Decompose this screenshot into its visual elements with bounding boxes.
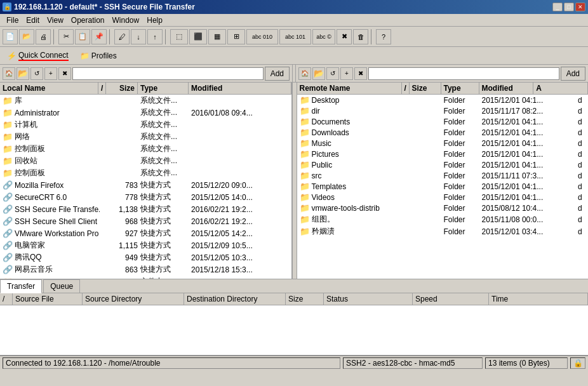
local-col-slash[interactable]: / <box>98 83 106 94</box>
remote-col-name[interactable]: Remote Name <box>297 83 402 94</box>
remote-list-item[interactable]: 📁 组图。 Folder 2015/11/08 00:0... d <box>297 213 589 225</box>
toolbar-btn8[interactable]: abc © <box>312 29 335 44</box>
menu-file[interactable]: File <box>3 15 22 26</box>
remote-delete-btn[interactable]: ✖ <box>354 67 367 80</box>
toolbar-btn3[interactable]: ⬛ <box>189 29 207 44</box>
local-file-type: 系统文件... <box>139 143 190 154</box>
toolbar-btn7[interactable]: abc 101 <box>279 29 311 44</box>
minimize-button[interactable]: _ <box>552 3 563 11</box>
local-col-modified[interactable]: Modified <box>189 83 291 94</box>
local-add-btn[interactable]: + <box>44 67 57 80</box>
local-list-item[interactable]: 📁 Administrator 系统文件... 2016/01/08 09:4.… <box>0 107 291 119</box>
remote-list-item[interactable]: 📁 dir Folder 2015/11/17 08:2... d <box>297 105 589 116</box>
remote-list-item[interactable]: 📁 Desktop Folder 2015/12/01 04:1... d <box>297 95 589 105</box>
remote-folder-btn[interactable]: 📂 <box>312 67 325 80</box>
local-file-size: 863 <box>107 265 139 274</box>
tab-transfer[interactable]: Transfer <box>0 279 42 293</box>
maximize-button[interactable]: □ <box>564 3 574 11</box>
local-list-item[interactable]: 📁 库 系统文件... <box>0 95 291 107</box>
toolbar-erase[interactable]: 🗑 <box>353 29 368 44</box>
remote-list-item[interactable]: 📁 src Folder 2015/11/11 07:3... d <box>297 170 589 181</box>
center-divider[interactable] <box>292 83 297 279</box>
local-col-size[interactable]: Size <box>106 83 138 94</box>
transfer-col-size: Size <box>286 293 324 305</box>
local-list-item[interactable]: 🔗 SecureCRT 6.0 778 快捷方式 2015/12/05 14:0… <box>0 191 291 203</box>
remote-file-attr: d <box>577 117 587 126</box>
local-folder-btn[interactable]: 📂 <box>17 67 29 80</box>
local-file-name: 📁 控制面板 <box>1 143 100 154</box>
local-list-item[interactable]: 📁 picture 文件夹 2016/02/21 23:2... <box>0 276 291 279</box>
local-list-item[interactable]: 🔗 腾讯QQ 949 快捷方式 2015/12/05 10:3... <box>0 251 291 263</box>
toolbar-btn1[interactable]: 🖊 <box>114 29 130 44</box>
menu-help[interactable]: Help <box>143 15 166 26</box>
menu-edit[interactable]: Edit <box>22 15 43 26</box>
toolbar-help[interactable]: ? <box>376 29 391 44</box>
toolbar-cancel[interactable]: ✖ <box>337 29 352 44</box>
toolbar-new[interactable]: 📄 <box>3 29 18 44</box>
toolbar-btn6[interactable]: abc 010 <box>246 29 278 44</box>
remote-col-type[interactable]: Type <box>441 83 479 94</box>
local-list-item[interactable]: 🔗 VMware Workstation Pro 927 快捷方式 2015/1… <box>0 227 291 239</box>
toolbar-btn4[interactable]: ▦ <box>208 29 226 44</box>
remote-list-item[interactable]: 📁 矜姻渍 Folder 2015/12/01 03:4... d <box>297 225 589 237</box>
remote-file-modified: 2015/12/01 04:1... <box>481 128 577 137</box>
local-list-item[interactable]: 📁 回收站 系统文件... <box>0 155 291 167</box>
local-delete-btn[interactable]: ✖ <box>58 67 71 80</box>
toolbar-btn5[interactable]: ⊞ <box>227 29 245 44</box>
remote-file-attr: d <box>577 128 587 137</box>
remote-col-modified[interactable]: Modified <box>479 83 534 94</box>
local-list-item[interactable]: 📁 控制面板 系统文件... <box>0 167 291 179</box>
quick-connect-button[interactable]: ⚡ Quick Connect <box>3 49 73 63</box>
remote-list-item[interactable]: 📁 Videos Folder 2015/12/01 04:1... d <box>297 192 589 203</box>
remote-list-item[interactable]: 📁 Music Folder 2015/12/01 04:1... d <box>297 138 589 149</box>
local-refresh-btn[interactable]: ↺ <box>30 67 43 80</box>
local-col-type[interactable]: Type <box>138 83 189 94</box>
remote-home-btn[interactable]: 🏠 <box>298 67 311 80</box>
remote-col-slash[interactable]: / <box>402 83 410 94</box>
remote-list-item[interactable]: 📁 Downloads Folder 2015/12/01 04:1... d <box>297 127 589 138</box>
remote-list-item[interactable]: 📁 Public Folder 2015/12/01 04:1... d <box>297 159 589 170</box>
menu-view[interactable]: View <box>43 15 67 26</box>
remote-file-type: Folder <box>443 139 481 148</box>
local-list-item[interactable]: 📁 计算机 系统文件... <box>0 119 291 131</box>
profiles-button[interactable]: 📁 Profiles <box>76 50 121 62</box>
toolbar-up[interactable]: ↑ <box>147 29 163 44</box>
local-list-item[interactable]: 🔗 网易云音乐 863 快捷方式 2015/12/18 15:3... <box>0 263 291 276</box>
remote-file-name: 📁 src <box>298 171 403 180</box>
remote-add-btn[interactable]: + <box>340 67 353 80</box>
local-add-button[interactable]: Add <box>265 67 290 81</box>
toolbar-down[interactable]: ↓ <box>131 29 146 44</box>
local-home-btn[interactable]: 🏠 <box>3 67 15 80</box>
toolbar-btn2[interactable]: ⬚ <box>170 29 188 44</box>
remote-col-size[interactable]: Size <box>410 83 441 94</box>
remote-file-type: Folder <box>443 128 481 137</box>
menu-operation[interactable]: Operation <box>67 15 109 26</box>
toolbar-cut[interactable]: ✂ <box>58 29 74 44</box>
menu-window[interactable]: Window <box>109 15 144 26</box>
remote-list-item[interactable]: 📁 Pictures Folder 2015/12/01 04:1... d <box>297 149 589 159</box>
remote-path-input[interactable]: ime/Atrouble <box>368 67 559 80</box>
toolbar-copy[interactable]: 📋 <box>75 29 90 44</box>
local-file-name: 📁 计算机 <box>1 119 100 130</box>
local-list-item[interactable]: 📁 控制面板 系统文件... <box>0 143 291 155</box>
remote-list-item[interactable]: 📁 Documents Folder 2015/12/01 04:1... d <box>297 116 589 127</box>
remote-col-attr[interactable]: A <box>533 83 588 94</box>
remote-list-item[interactable]: 📁 Templates Folder 2015/12/01 04:1... d <box>297 181 589 192</box>
toolbar-open[interactable]: 📂 <box>19 29 34 44</box>
local-list-item[interactable]: 📁 网络 系统文件... <box>0 131 291 143</box>
remote-refresh-btn[interactable]: ↺ <box>326 67 339 80</box>
toolbar-paste[interactable]: 📌 <box>91 29 107 44</box>
remote-add-button[interactable]: Add <box>561 67 585 81</box>
local-list-item[interactable]: 🔗 SSH Secure File Transfe... 1,138 快捷方式 … <box>0 203 291 215</box>
remote-file-name: 📁 vmware-tools-distrib <box>298 203 403 213</box>
remote-list-item[interactable]: 📁 vmware-tools-distrib Folder 2015/08/12… <box>297 203 589 213</box>
local-list-item[interactable]: 🔗 SSH Secure Shell Client 968 快捷方式 2016/… <box>0 215 291 227</box>
remote-file-attr: d <box>577 193 587 202</box>
local-list-item[interactable]: 🔗 Mozilla Firefox 783 快捷方式 2015/12/20 09… <box>0 179 291 191</box>
toolbar-print[interactable]: 🖨 <box>36 29 51 44</box>
local-path-input[interactable] <box>72 67 264 80</box>
tab-queue[interactable]: Queue <box>43 279 80 293</box>
local-col-name[interactable]: Local Name <box>0 83 98 94</box>
local-list-item[interactable]: 🔗 电脑管家 1,115 快捷方式 2015/12/09 10:5... <box>0 239 291 251</box>
close-button[interactable]: ✕ <box>575 3 585 11</box>
